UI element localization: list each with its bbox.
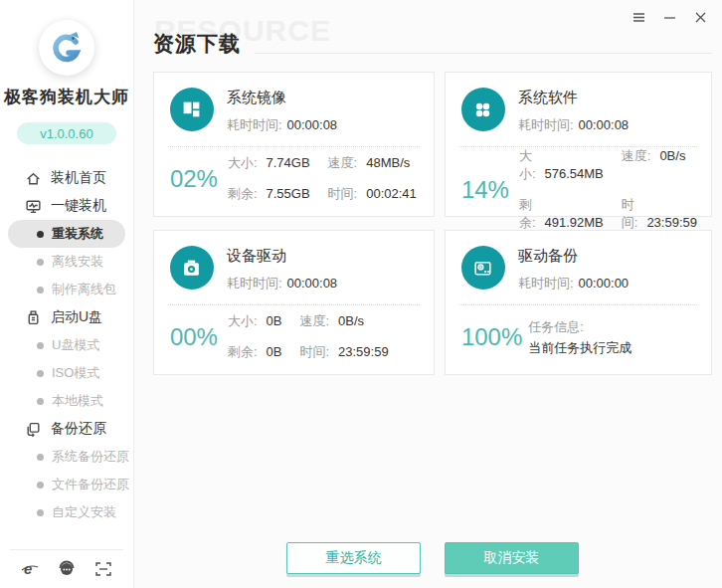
card-title: 系统软件 (518, 89, 629, 107)
driver-icon (170, 246, 214, 290)
sidebar-item-onekey-install[interactable]: 一键装机 (0, 192, 133, 220)
task-status: 当前任务执行完成 (528, 337, 632, 358)
apps-icon (461, 88, 505, 131)
windows-icon (170, 88, 214, 131)
task-info-label: 任务信息: (528, 316, 632, 337)
sidebar-item-home[interactable]: 装机首页 (0, 164, 133, 192)
app-logo-icon (39, 20, 94, 76)
bullet-icon (37, 231, 44, 238)
bullet-icon (37, 287, 44, 294)
bullet-icon (37, 482, 44, 489)
sidebar-item-local-mode[interactable]: 本地模式 (0, 387, 133, 415)
home-icon (25, 170, 42, 187)
reselect-system-button[interactable]: 重选系统 (286, 542, 421, 574)
scan-icon[interactable] (93, 559, 113, 579)
page-header: RESOURCE 资源下载 (153, 30, 712, 58)
card-title: 设备驱动 (227, 247, 337, 266)
elapsed-value: 00:00:08 (579, 117, 630, 132)
card-system-image: 系统镜像 耗时时间:00:00:08 02% 大小:7.74GB 速度:48MB… (153, 72, 435, 217)
sidebar-item-backup-restore[interactable]: 备份还原 (0, 415, 133, 443)
card-driver-backup: 驱动备份 耗时时间:00:00:00 100% 任务信息: 当前任务执行完成 (445, 230, 712, 375)
progress-percent: 14% (461, 176, 517, 204)
disk-icon (461, 246, 505, 290)
window-controls (632, 10, 708, 25)
sidebar-item-offline-install[interactable]: 离线安装 (0, 248, 133, 276)
bullet-icon (37, 454, 44, 461)
window-menu-icon[interactable] (632, 10, 646, 25)
headset-icon[interactable] (57, 559, 77, 579)
progress-percent: 00% (170, 323, 226, 351)
card-system-software: 系统软件 耗时时间:00:00:08 14% 大小:576.54MB 速度:0B… (445, 72, 712, 217)
progress-percent: 02% (170, 165, 226, 193)
bullet-icon (37, 342, 44, 349)
version-badge: v1.0.0.60 (17, 122, 116, 144)
app-title: 极客狗装机大师 (0, 86, 133, 108)
action-bar: 重选系统 取消安装 (153, 542, 712, 574)
sidebar-item-boot-usb[interactable]: 启动U盘 (0, 303, 133, 331)
app-window: 极客狗装机大师 v1.0.0.60 装机首页 一键装机 (0, 0, 722, 588)
main-content: RESOURCE 资源下载 系统镜像 耗时时间:00:00:08 (134, 0, 722, 588)
sidebar-item-custom-install[interactable]: 自定义安装 (0, 498, 133, 526)
elapsed-label: 耗时时间: (518, 117, 574, 132)
monitor-icon (25, 198, 42, 215)
restore-icon (25, 421, 42, 438)
usb-icon (25, 309, 42, 326)
sidebar-item-usb-mode[interactable]: U盘模式 (0, 331, 133, 359)
sidebar-item-make-offline-pack[interactable]: 制作离线包 (0, 276, 133, 303)
card-device-driver: 设备驱动 耗时时间:00:00:08 00% 大小:0B 速度:0B/s 剩余:… (153, 230, 435, 375)
sidebar: 极客狗装机大师 v1.0.0.60 装机首页 一键装机 (0, 0, 134, 588)
minimize-icon[interactable] (662, 10, 677, 25)
elapsed-label: 耗时时间: (227, 117, 282, 132)
download-cards: 系统镜像 耗时时间:00:00:08 02% 大小:7.74GB 速度:48MB… (153, 72, 712, 375)
sidebar-item-file-backup-restore[interactable]: 文件备份还原 (0, 471, 133, 498)
elapsed-value: 00:00:00 (579, 276, 630, 291)
bullet-icon (37, 259, 44, 266)
sidebar-item-system-backup-restore[interactable]: 系统备份还原 (0, 443, 133, 471)
progress-percent: 100% (461, 323, 522, 351)
cancel-install-button[interactable]: 取消安装 (445, 542, 579, 574)
sidebar-footer: e (0, 549, 133, 588)
elapsed-label: 耗时时间: (227, 276, 282, 291)
elapsed-label: 耗时时间: (518, 276, 574, 291)
divider (255, 53, 712, 54)
bullet-icon (37, 509, 44, 516)
elapsed-value: 00:00:08 (287, 276, 338, 291)
sidebar-item-reinstall-system[interactable]: 重装系统 (8, 220, 125, 248)
bullet-icon (37, 370, 44, 377)
card-title: 系统镜像 (227, 89, 337, 107)
elapsed-value: 00:00:08 (287, 117, 338, 132)
bullet-icon (37, 398, 44, 405)
close-icon[interactable] (693, 10, 708, 25)
sidebar-menu: 装机首页 一键装机 重装系统 离线安装 制作离线包 (0, 164, 133, 526)
browser-icon[interactable]: e (20, 559, 40, 579)
page-title: 资源下载 (153, 30, 241, 58)
card-title: 驱动备份 (518, 247, 629, 266)
sidebar-item-iso-mode[interactable]: ISO模式 (0, 359, 133, 387)
